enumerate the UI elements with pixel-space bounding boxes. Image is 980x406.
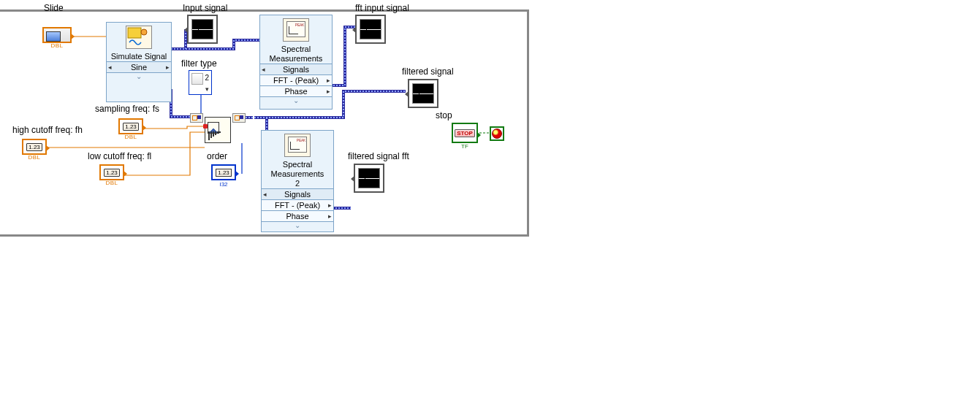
filter-type-value: 2 (205, 74, 209, 82)
dbl-type-tag: DBL (44, 42, 70, 50)
low-cutoff-label: low cutoff freq: fl (88, 151, 151, 161)
convert-to-array-node[interactable] (190, 113, 203, 123)
dbl-type-tag: DBL (120, 134, 142, 142)
simulate-signal-title: Simulate Signal (107, 50, 171, 61)
fft-input-signal-graph-terminal[interactable] (355, 15, 386, 44)
i32-type-tag: I32 (213, 181, 235, 188)
dbl-badge: 1.23 (123, 123, 139, 131)
tf-type-tag: TF (453, 143, 476, 150)
low-cutoff-terminal[interactable]: 1.23 DBL (99, 164, 124, 180)
dbl-type-tag: DBL (101, 180, 123, 188)
dropdown-caret-icon[interactable]: ▾ (205, 85, 209, 93)
fft-input-signal-label: fft input signal (355, 3, 409, 13)
simulate-signal-icon (126, 26, 152, 49)
order-label: order (207, 151, 227, 161)
spectral1-title-line2: Measurements (260, 54, 332, 64)
spectral2-title-line1: Spectral (262, 158, 333, 169)
stop-label: stop (436, 110, 452, 120)
spectral-measurements-1-vi[interactable]: Spectral Measurements ◂Signals FFT - (Pe… (259, 15, 333, 110)
simulate-signal-vi[interactable]: Simulate Signal ◂Sine▸ ⌄ (106, 22, 172, 102)
simulate-signal-expand[interactable]: ⌄ (107, 72, 171, 81)
spectral2-title-line3: 2 (262, 179, 333, 188)
slide-terminal[interactable]: DBL (42, 27, 72, 43)
spectral1-row-fft[interactable]: FFT - (Peak)▸ (260, 74, 332, 85)
dbl-badge: 1.23 (216, 169, 232, 177)
spectral1-row-phase[interactable]: Phase▸ (260, 85, 332, 96)
spectral2-row-fft[interactable]: FFT - (Peak)▸ (262, 199, 333, 210)
dbl-badge: 1.23 (104, 169, 120, 177)
digital-filter-node[interactable] (205, 117, 231, 143)
spectral2-title-line2: Measurements (262, 169, 333, 179)
spectral2-expand[interactable]: ⌄ (262, 221, 333, 230)
sampling-freq-label: sampling freq: fs (95, 104, 159, 114)
input-signal-label: Input signal (183, 3, 227, 13)
dbl-badge: 1.23 (26, 143, 42, 151)
dbl-type-tag: DBL (23, 154, 45, 162)
spectral2-row-phase[interactable]: Phase▸ (262, 210, 333, 221)
sampling-freq-terminal[interactable]: 1.23 DBL (118, 118, 143, 134)
filter-type-label: filter type (181, 58, 217, 69)
spectral-icon (283, 18, 309, 42)
filter-type-ring[interactable]: 2 ▾ (189, 70, 212, 95)
loop-condition-terminal[interactable] (490, 126, 504, 141)
spectral2-row-signals[interactable]: ◂Signals (262, 188, 333, 199)
slide-label: Slide (44, 3, 64, 13)
block-diagram-canvas[interactable]: Slide DBL Simulate Signal ◂Sine▸ ⌄ Input… (0, 0, 980, 406)
spectral1-row-signals[interactable]: ◂Signals (260, 64, 332, 74)
spectral-icon (284, 134, 311, 157)
stop-dot-icon (492, 129, 502, 139)
order-terminal[interactable]: 1.23 I32 (211, 164, 236, 180)
spectral-measurements-2-vi[interactable]: Spectral Measurements 2 ◂Signals FFT - (… (261, 130, 334, 232)
stop-button-icon: STOP (455, 129, 475, 137)
filtered-signal-fft-label: filtered signal fft (348, 151, 409, 161)
coercion-dot (203, 124, 208, 129)
convert-to-dynamic-node[interactable] (232, 113, 246, 123)
spectral1-title-line1: Spectral (260, 43, 332, 54)
simulate-signal-row-sine[interactable]: ◂Sine▸ (107, 61, 171, 72)
spectral1-expand[interactable]: ⌄ (260, 96, 332, 105)
filtered-signal-label: filtered signal (402, 66, 454, 77)
high-cutoff-terminal[interactable]: 1.23 DBL (22, 139, 47, 155)
svg-rect-0 (128, 28, 141, 38)
stop-button-terminal[interactable]: STOP TF (452, 123, 478, 143)
high-cutoff-label: high cutoff freq: fh (12, 125, 83, 135)
input-signal-graph-terminal[interactable] (187, 15, 218, 44)
filtered-signal-fft-graph-terminal[interactable] (354, 164, 384, 193)
filtered-signal-graph-terminal[interactable] (408, 79, 438, 108)
svg-point-1 (141, 29, 147, 35)
